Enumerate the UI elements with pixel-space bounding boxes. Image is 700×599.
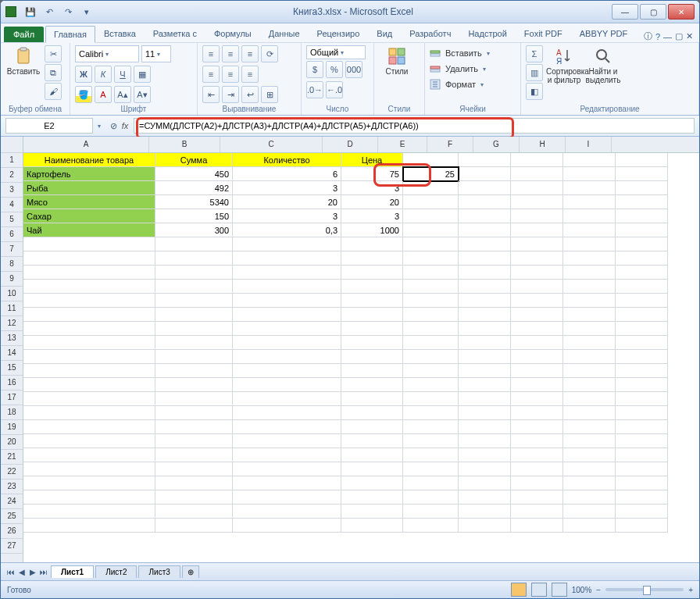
row-header-16[interactable]: 16 [1,376,23,390]
cell[interactable] [155,448,233,462]
close-button[interactable]: ✕ [668,4,695,20]
cell[interactable] [616,251,668,266]
cell[interactable] [511,476,563,490]
row-header-9[interactable]: 9 [1,272,23,287]
cell[interactable] [403,336,459,350]
row-header-18[interactable]: 18 [1,405,23,420]
tab-file[interactable]: Файл [4,27,44,42]
sheet-tab-1[interactable]: Лист1 [51,565,94,578]
cell[interactable] [511,364,563,378]
cell[interactable] [155,420,233,434]
align-top-button[interactable]: ≡ [202,45,220,62]
row-header-12[interactable]: 12 [1,316,23,331]
increase-indent-button[interactable]: ⇥ [222,86,239,103]
cell[interactable] [616,378,668,392]
cell[interactable] [563,294,616,308]
cell[interactable] [403,294,459,308]
cell[interactable] [563,519,616,533]
cell[interactable] [23,237,155,251]
row-header-4[interactable]: 4 [1,198,23,212]
cell[interactable] [341,490,403,505]
cell[interactable] [341,266,403,280]
align-bottom-button[interactable]: ≡ [241,45,259,62]
formula-input[interactable]: =СУММ(ДЛСТР(A2)+ДЛСТР(A3)+ДЛСТР(A4)+ДЛСТ… [134,118,695,134]
view-layout-button[interactable] [531,583,547,597]
cell[interactable] [616,266,668,280]
row-header-15[interactable]: 15 [1,361,23,376]
cell-price[interactable]: 3 [341,209,403,223]
cell[interactable] [563,237,616,251]
row-header-25[interactable]: 25 [1,509,23,524]
cell[interactable] [233,448,341,462]
cell[interactable] [459,519,511,533]
cell[interactable] [459,406,511,420]
cell[interactable] [233,476,341,490]
doc-close-icon[interactable]: ✕ [686,31,693,41]
decrease-indent-button[interactable]: ⇤ [202,86,220,103]
tab-addins[interactable]: Надстрой [459,25,515,42]
cell[interactable] [616,237,668,251]
cell[interactable] [341,322,403,336]
cell[interactable] [616,322,668,336]
minimize-button[interactable]: — [612,4,638,20]
cell[interactable] [616,350,668,364]
cell-sum[interactable]: 300 [155,223,233,237]
row-header-26[interactable]: 26 [1,524,23,539]
cell[interactable] [233,490,341,505]
cell[interactable] [233,280,341,294]
autosum-button[interactable]: Σ [526,45,543,62]
cell-qty[interactable]: 20 [233,195,341,209]
border-button[interactable]: ▦ [134,66,151,83]
styles-button[interactable]: Стили [379,45,415,76]
font-name-select[interactable]: Calibri [75,45,139,62]
row-header-8[interactable]: 8 [1,257,23,272]
font-size-select[interactable]: 11 [141,45,171,62]
cell[interactable] [616,280,668,294]
row-header-10[interactable]: 10 [1,287,23,301]
cell[interactable] [459,237,511,251]
cell[interactable] [459,251,511,266]
tab-data[interactable]: Данные [260,25,309,42]
cell[interactable] [341,237,403,251]
cell-sum[interactable]: 150 [155,209,233,223]
cells[interactable]: Наименование товараСуммаКоличествоЦенаКа… [23,153,699,533]
cell[interactable] [616,181,668,195]
cell-name[interactable]: Чай [23,223,155,237]
cell-e2[interactable]: 25 [403,167,459,181]
cell-qty[interactable]: 3 [233,209,341,223]
cell[interactable] [403,420,459,434]
cell[interactable] [403,308,459,322]
cell[interactable] [155,434,233,448]
cell[interactable] [233,308,341,322]
tab-foxit[interactable]: Foxit PDF [516,25,571,42]
cell[interactable] [23,266,155,280]
col-header-G[interactable]: G [473,137,520,152]
cell[interactable] [233,350,341,364]
cell[interactable] [233,364,341,378]
paste-button[interactable]: Вставить [5,45,41,76]
cell[interactable] [563,420,616,434]
cell-price[interactable]: 20 [341,195,403,209]
cell[interactable] [341,476,403,490]
cell[interactable] [511,448,563,462]
cell[interactable] [233,392,341,406]
cell[interactable] [511,209,563,223]
row-header-3[interactable]: 3 [1,183,23,198]
fill-color-button[interactable]: 🪣 [75,86,92,103]
cells-format-button[interactable]: Формат ▾ [430,77,484,92]
cell[interactable] [403,448,459,462]
cell[interactable] [459,308,511,322]
cell[interactable] [511,195,563,209]
cell[interactable] [233,251,341,266]
col-header-A[interactable]: A [23,137,149,152]
cell-qty[interactable]: 3 [233,181,341,195]
cell[interactable] [23,448,155,462]
cell[interactable] [511,350,563,364]
tab-insert[interactable]: Вставка [95,25,145,42]
cell[interactable] [511,336,563,350]
row-header-14[interactable]: 14 [1,346,23,361]
cell[interactable] [155,406,233,420]
cell[interactable] [511,406,563,420]
cell[interactable] [155,322,233,336]
cell[interactable] [511,322,563,336]
